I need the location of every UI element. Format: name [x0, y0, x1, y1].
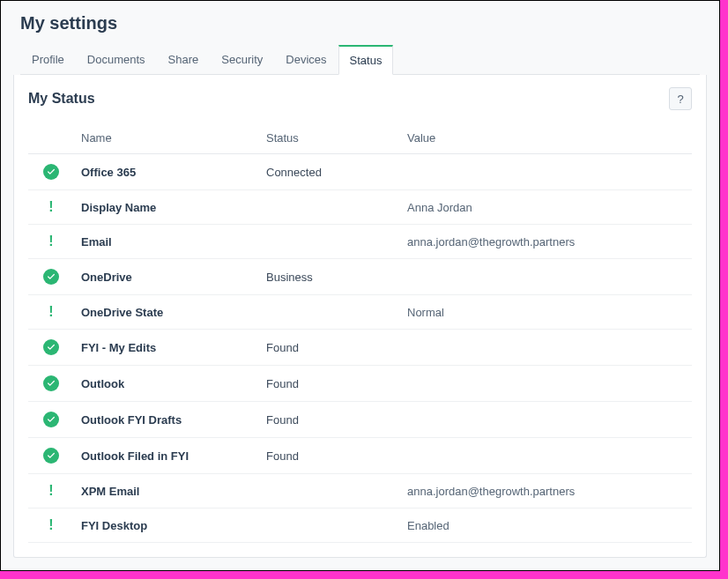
row-status: Found: [259, 366, 400, 402]
row-status: [259, 474, 400, 508]
row-name: FYI - My Edits: [74, 330, 259, 366]
row-name: FYI Desktop: [74, 508, 259, 543]
table-row: FYI - My EditsFound: [28, 330, 692, 366]
tab-share[interactable]: Share: [157, 45, 211, 75]
exclamation-icon: !: [43, 518, 59, 532]
row-icon-cell: !: [28, 508, 74, 543]
status-table: Name Status Value Office 365Connected!Di…: [28, 124, 692, 543]
page-title: My settings: [20, 13, 700, 33]
tab-profile[interactable]: Profile: [20, 45, 76, 75]
check-circle-icon: [43, 269, 59, 285]
tab-status[interactable]: Status: [338, 45, 394, 75]
settings-page: My settings ProfileDocumentsShareSecurit…: [1, 1, 719, 570]
row-status: [259, 225, 400, 259]
row-value: anna.jordan@thegrowth.partners: [400, 225, 692, 259]
row-name: OneDrive State: [74, 295, 259, 330]
row-icon-cell: !: [28, 474, 74, 508]
row-name: Email: [74, 225, 259, 259]
row-status: Connected: [259, 154, 400, 190]
status-panel: My Status ? Name Status Value Office 365…: [13, 75, 707, 558]
exclamation-icon: !: [43, 305, 59, 319]
header: My settings ProfileDocumentsShareSecurit…: [1, 1, 719, 75]
row-name: XPM Email: [74, 474, 259, 508]
table-row: Outlook Filed in FYIFound: [28, 438, 692, 474]
exclamation-icon: !: [43, 200, 59, 214]
panel-header: My Status ?: [28, 87, 692, 110]
row-status: Found: [259, 330, 400, 366]
check-circle-icon: [43, 164, 59, 180]
row-icon-cell: !: [28, 295, 74, 330]
row-name: OneDrive: [74, 259, 259, 295]
panel-title: My Status: [28, 91, 95, 107]
row-icon-cell: !: [28, 190, 74, 225]
check-circle-icon: [43, 339, 59, 355]
table-row: OutlookFound: [28, 366, 692, 402]
table-row: !OneDrive StateNormal: [28, 295, 692, 330]
row-icon-cell: !: [28, 225, 74, 259]
row-value: [400, 330, 692, 366]
help-icon: ?: [677, 93, 683, 106]
row-value: [400, 402, 692, 438]
check-circle-icon: [43, 375, 59, 391]
table-row: Outlook FYI DraftsFound: [28, 402, 692, 438]
col-status-header: Status: [259, 124, 400, 154]
col-name-header: Name: [74, 124, 259, 154]
col-value-header: Value: [400, 124, 692, 154]
exclamation-icon: !: [43, 484, 59, 498]
row-value: Normal: [400, 295, 692, 330]
row-icon-cell: [28, 330, 74, 366]
row-name: Office 365: [74, 154, 259, 190]
table-row: Office 365Connected: [28, 154, 692, 190]
row-name: Outlook Filed in FYI: [74, 438, 259, 474]
row-name: Outlook FYI Drafts: [74, 402, 259, 438]
table-row: OneDriveBusiness: [28, 259, 692, 295]
tab-documents[interactable]: Documents: [76, 45, 157, 75]
row-value: [400, 438, 692, 474]
tab-bar: ProfileDocumentsShareSecurityDevicesStat…: [20, 44, 700, 75]
help-button[interactable]: ?: [669, 87, 692, 110]
row-status: [259, 295, 400, 330]
row-value: [400, 154, 692, 190]
exclamation-icon: !: [43, 234, 59, 249]
content: My Status ? Name Status Value Office 365…: [1, 75, 719, 570]
row-value: Enabled: [400, 508, 692, 543]
table-row: !Display NameAnna Jordan: [28, 190, 692, 225]
col-icon-header: [28, 124, 74, 154]
row-icon-cell: [28, 402, 74, 438]
check-circle-icon: [43, 448, 59, 464]
row-status: [259, 190, 400, 225]
table-header-row: Name Status Value: [28, 124, 692, 154]
row-status: [259, 508, 400, 543]
row-status: Business: [259, 259, 400, 295]
row-value: Anna Jordan: [400, 190, 692, 225]
table-row: !FYI DesktopEnabled: [28, 508, 692, 543]
tab-security[interactable]: Security: [210, 45, 274, 75]
row-icon-cell: [28, 438, 74, 474]
row-name: Outlook: [74, 366, 259, 402]
row-name: Display Name: [74, 190, 259, 225]
row-icon-cell: [28, 154, 74, 190]
row-value: anna.jordan@thegrowth.partners: [400, 474, 692, 508]
row-status: Found: [259, 438, 400, 474]
table-row: !Emailanna.jordan@thegrowth.partners: [28, 225, 692, 259]
tab-devices[interactable]: Devices: [274, 45, 338, 75]
row-status: Found: [259, 402, 400, 438]
table-row: !XPM Emailanna.jordan@thegrowth.partners: [28, 474, 692, 508]
row-value: [400, 259, 692, 295]
row-icon-cell: [28, 366, 74, 402]
check-circle-icon: [43, 412, 59, 427]
row-icon-cell: [28, 259, 74, 295]
row-value: [400, 366, 692, 402]
